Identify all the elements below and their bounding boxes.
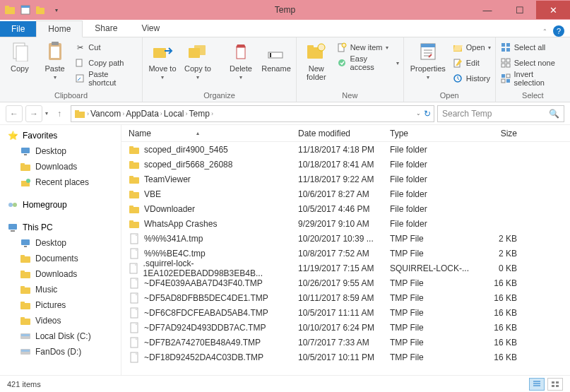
easyaccess-button[interactable]: Easy access ▾ [336,56,399,70]
paste-button[interactable]: Paste ▾ [40,39,71,81]
desktop-icon [20,237,31,249]
file-icon [129,248,140,259]
copypath-button[interactable]: Copy path [74,56,138,70]
file-row[interactable]: ~DF7AD924D493DDB7AC.TMP 10/10/2017 6:24 … [121,320,570,335]
sidebar-item[interactable]: FanDos (D:) [0,344,121,360]
copyto-button[interactable]: Copy to▾ [182,39,213,81]
help-icon[interactable]: ? [553,25,564,37]
crumb-appdata[interactable]: AppData › [126,109,162,119]
sidebar-item[interactable]: Downloads [0,266,121,282]
app-icon[interactable] [3,3,17,17]
file-row[interactable]: %%%341A.tmp 10/20/2017 10:39 ... TMP Fil… [121,231,570,246]
minimize-ribbon-icon[interactable]: ⌃ [542,28,547,35]
file-row[interactable]: ~DF5AD8DFBB5DEC4DE1.TMP 10/11/2017 8:59 … [121,290,570,305]
svg-rect-47 [20,163,25,165]
svg-rect-78 [129,207,139,213]
col-name[interactable]: Name ▴ [121,129,298,138]
file-row[interactable]: ~DF4E039AABA7D43F40.TMP 10/26/2017 9:55 … [121,275,570,290]
delete-button[interactable]: Delete▾ [225,39,256,81]
qat-properties-icon[interactable] [18,3,32,17]
properties-button[interactable]: Properties▾ [408,39,448,81]
pc-icon [7,222,18,233]
crumb-dropdown-icon[interactable]: ⌄ [416,110,421,117]
crumb-local[interactable]: Local › [164,109,188,119]
col-size[interactable]: Size [475,129,524,138]
forward-button[interactable]: → [25,105,42,122]
sidebar-item[interactable]: Downloads [0,159,121,174]
newitem-button[interactable]: New item ▾ [336,40,399,54]
up-button[interactable]: ↑ [51,105,68,122]
file-row[interactable]: VDownloader 10/5/2017 4:46 PM File folde… [121,201,570,216]
sidebar-favorites[interactable]: ⭐Favorites [0,128,121,143]
col-date[interactable]: Date modified [298,129,390,138]
svg-rect-33 [506,48,510,52]
rename-button[interactable]: Rename [261,39,292,73]
svg-point-50 [8,203,13,207]
svg-rect-16 [237,47,245,59]
breadcrumb[interactable]: › Vancom › AppData › Local › Temp › ⌄ ↻ [71,105,434,122]
sidebar-item[interactable]: Documents [0,251,121,266]
maximize-button[interactable]: ☐ [504,1,536,19]
refresh-button[interactable]: ↻ [424,109,431,119]
qat-newfolder-icon[interactable] [34,3,48,17]
tab-file[interactable]: File [0,21,36,37]
svg-rect-39 [506,74,510,78]
selectall-button[interactable]: Select all [500,40,566,54]
sidebar-item[interactable]: Local Disk (C:) [0,328,121,344]
selectnone-button[interactable]: Select none [500,56,566,70]
view-details-button[interactable] [529,378,545,391]
file-row[interactable]: .squirrel-lock-1EA102EDEBADD98B3EB4B... … [121,261,570,275]
folder-icon [74,108,85,119]
svg-rect-64 [20,319,30,325]
svg-rect-9 [52,42,59,45]
file-row[interactable]: VBE 10/6/2017 8:27 AM File folder [121,186,570,201]
edit-button[interactable]: Edit [452,56,491,70]
folder-icon [129,144,140,155]
desktop-icon [20,145,31,157]
search-input[interactable]: Search Temp 🔍 [437,105,564,122]
svg-rect-30 [501,43,505,47]
sidebar-item[interactable]: Desktop [0,143,121,159]
cut-button[interactable]: ✂Cut [74,40,138,54]
tab-share[interactable]: Share [83,20,129,37]
sidebar-item[interactable]: Videos [0,313,121,328]
ribbon-tabs: File Home Share View ⌃ ? [0,20,570,37]
ribbon-group-select: Select all Select none Invert selection … [496,37,570,102]
minimize-button[interactable]: — [471,1,504,19]
crumb-temp[interactable]: Temp › [189,109,213,119]
tab-view[interactable]: View [129,20,172,37]
svg-rect-31 [506,43,510,47]
back-button[interactable]: ← [6,105,23,122]
file-row[interactable]: ~DF18D92452DA4C03DB.TMP 10/5/2017 10:11 … [121,350,570,364]
crumb-vancom[interactable]: Vancom › [90,109,124,119]
newfolder-button[interactable]: New folder [301,39,332,81]
column-headers: Name ▴ Date modified Type Size [121,125,570,142]
history-dropdown-icon[interactable]: ▾ [45,110,48,117]
invertselection-button[interactable]: Invert selection [500,71,566,85]
ribbon: Copy Paste ▾ ✂Cut Copy path Paste shortc… [0,37,570,102]
file-row[interactable]: scoped_dir5668_26088 10/18/2017 8:41 AM … [121,157,570,172]
statusbar: 421 items [0,375,570,392]
view-large-button[interactable] [547,378,563,391]
file-row[interactable]: ~DF7B2A74270EB48A49.TMP 10/7/2017 7:33 A… [121,335,570,350]
history-button[interactable]: History [452,71,491,85]
sidebar-item[interactable]: Pictures [0,297,121,313]
svg-rect-18 [270,53,271,57]
file-row[interactable]: TeamViewer 11/18/2017 9:22 AM File folde… [121,172,570,186]
sidebar-item[interactable]: Music [0,282,121,297]
sidebar-item[interactable]: Recent places [0,174,121,190]
open-button[interactable]: Open ▾ [452,40,491,54]
pasteshortcut-button[interactable]: Paste shortcut [74,71,138,85]
file-row[interactable]: scoped_dir4900_5465 11/18/2017 4:18 PM F… [121,142,570,157]
file-row[interactable]: ~DF6C8FDCFEABAD5AB4.TMP 10/5/2017 11:11 … [121,305,570,320]
sidebar-item[interactable]: Desktop [0,235,121,251]
file-row[interactable]: WhatsApp Crashes 9/29/2017 9:10 AM File … [121,216,570,231]
sidebar-thispc[interactable]: This PC [0,220,121,235]
copy-button[interactable]: Copy [4,39,35,73]
sidebar-homegroup[interactable]: Homegroup [0,197,121,213]
moveto-button[interactable]: Move to▾ [147,39,178,81]
col-type[interactable]: Type [390,129,475,138]
close-button[interactable]: ✕ [536,1,570,19]
qat-dropdown-icon[interactable]: ▾ [49,3,64,17]
tab-home[interactable]: Home [36,20,83,37]
